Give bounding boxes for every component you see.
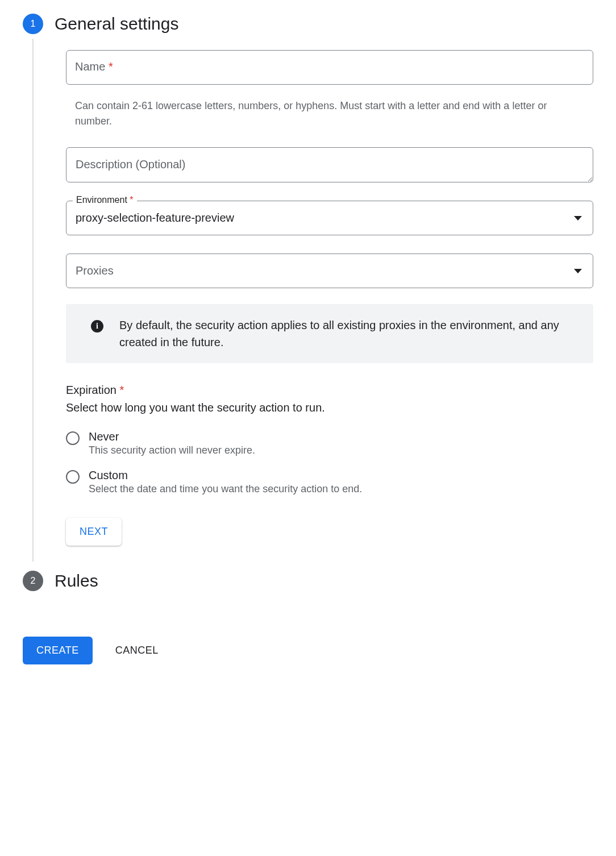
step-2-badge: 2 xyxy=(23,571,43,591)
create-button[interactable]: CREATE xyxy=(23,637,93,664)
footer-actions: CREATE CANCEL xyxy=(23,637,593,664)
environment-label: Environment * xyxy=(73,195,137,205)
next-button[interactable]: NEXT xyxy=(66,518,122,546)
cancel-button[interactable]: CANCEL xyxy=(115,645,159,656)
chevron-down-icon xyxy=(574,269,582,273)
expiration-option-custom[interactable]: Custom Select the date and time you want… xyxy=(66,469,593,495)
proxies-placeholder: Proxies xyxy=(76,264,114,277)
expiration-sub: Select how long you want the security ac… xyxy=(66,401,593,414)
radio-icon xyxy=(66,470,80,484)
name-helper-text: Can contain 2-61 lowercase letters, numb… xyxy=(66,95,593,129)
name-input[interactable] xyxy=(66,50,593,85)
radio-icon xyxy=(66,431,80,445)
proxies-select-wrap: Proxies xyxy=(66,254,593,288)
radio-sub: Select the date and time you want the se… xyxy=(89,483,362,495)
environment-select[interactable]: proxy-selection-feature-preview xyxy=(66,201,593,235)
step-1-header: 1 General settings xyxy=(23,14,593,34)
step-1-title: General settings xyxy=(55,14,178,34)
description-textarea[interactable] xyxy=(66,147,593,182)
environment-select-wrap: Environment * proxy-selection-feature-pr… xyxy=(66,201,593,235)
description-field-wrap xyxy=(66,147,593,185)
proxies-select[interactable]: Proxies xyxy=(66,254,593,288)
info-text: By default, the security action applies … xyxy=(119,317,580,351)
radio-title: Never xyxy=(89,430,255,443)
step-2-header[interactable]: 2 Rules xyxy=(23,571,593,591)
radio-title: Custom xyxy=(89,469,362,482)
proxies-info-banner: i By default, the security action applie… xyxy=(66,304,593,363)
info-icon: i xyxy=(91,320,103,333)
step-1-badge: 1 xyxy=(23,14,43,34)
expiration-label: Expiration * xyxy=(66,384,593,397)
name-field-wrap: Name * xyxy=(66,50,593,85)
environment-value: proxy-selection-feature-preview xyxy=(76,211,234,225)
radio-text: Custom Select the date and time you want… xyxy=(89,469,362,495)
step-2-title: Rules xyxy=(55,571,98,591)
radio-text: Never This security action will never ex… xyxy=(89,430,255,456)
radio-sub: This security action will never expire. xyxy=(89,444,255,456)
expiration-option-never[interactable]: Never This security action will never ex… xyxy=(66,430,593,456)
step-1-body: Name * Can contain 2-61 lowercase letter… xyxy=(32,39,593,562)
chevron-down-icon xyxy=(574,216,582,221)
